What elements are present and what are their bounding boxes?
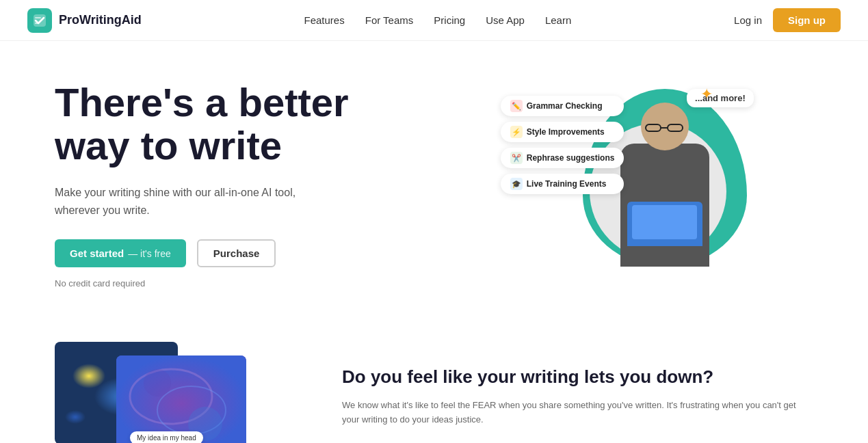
nav-for-teams[interactable]: For Teams	[365, 14, 414, 26]
hero-title: There's a better way to write	[55, 81, 421, 168]
login-button[interactable]: Log in	[734, 14, 762, 26]
hero-section: There's a better way to write Make your …	[0, 41, 868, 321]
get-started-label: Get started	[70, 247, 124, 259]
second-section: My idea in my head Do you feel like your…	[0, 321, 868, 443]
artwork-front: My idea in my head	[116, 355, 246, 443]
hero-subtitle: Make your writing shine with our all-in-…	[55, 184, 328, 219]
sparkle-icon: ✦	[700, 85, 713, 103]
signup-button[interactable]: Sign up	[773, 8, 841, 32]
second-text: Do you feel like your writing lets you d…	[342, 366, 813, 427]
svg-rect-4	[116, 355, 246, 443]
free-label: — it's free	[128, 248, 171, 259]
pill-rephrase-label: Rephrase suggestions	[527, 153, 615, 163]
svg-rect-1	[646, 124, 661, 131]
hero-left: There's a better way to write Make your …	[55, 81, 421, 289]
logo[interactable]: ProWritingAid	[27, 8, 142, 33]
nav-use-app[interactable]: Use App	[486, 14, 525, 26]
pill-training-label: Live Training Events	[527, 179, 607, 189]
person-body	[620, 144, 709, 267]
get-started-button[interactable]: Get started — it's free	[55, 239, 186, 267]
more-bubble: ...and more!	[687, 89, 754, 107]
nav-links: Features For Teams Pricing Use App Learn	[304, 14, 572, 27]
hero-title-line2: way to write	[55, 123, 282, 167]
second-section-body: We know what it's like to feel the FEAR …	[342, 399, 813, 427]
feature-pills: ✏️ Grammar Checking ⚡ Style Improvements…	[501, 96, 624, 194]
logo-icon	[27, 8, 52, 33]
hero-right: ✏️ Grammar Checking ⚡ Style Improvements…	[448, 75, 814, 294]
nav-actions: Log in Sign up	[734, 8, 841, 32]
hero-buttons: Get started — it's free Purchase	[55, 239, 421, 267]
rephrase-icon: ✂️	[510, 152, 523, 164]
svg-point-7	[144, 369, 171, 397]
pill-rephrase-suggestions: ✂️ Rephrase suggestions	[501, 148, 624, 168]
laptop	[627, 202, 702, 246]
my-idea-bubble: My idea in my head	[130, 431, 203, 443]
nav-features[interactable]: Features	[304, 14, 345, 26]
laptop-screen	[632, 205, 697, 239]
artwork-area: My idea in my head	[55, 342, 301, 443]
abstract-art-icon	[116, 355, 246, 443]
nav-learn[interactable]: Learn	[545, 14, 571, 26]
hero-illustration: ✏️ Grammar Checking ⚡ Style Improvements…	[514, 82, 747, 287]
training-icon: 🎓	[510, 178, 523, 190]
glasses-icon	[644, 122, 685, 133]
second-section-title: Do you feel like your writing lets you d…	[342, 366, 813, 389]
pill-live-training: 🎓 Live Training Events	[501, 174, 624, 194]
svg-rect-2	[668, 124, 683, 131]
logo-text: ProWritingAid	[59, 13, 142, 27]
person-head	[641, 103, 689, 150]
pill-grammar-label: Grammar Checking	[527, 101, 603, 111]
pill-style-label: Style Improvements	[527, 127, 605, 137]
purchase-button[interactable]: Purchase	[197, 239, 276, 267]
style-icon: ⚡	[510, 126, 523, 138]
pill-style-improvements: ⚡ Style Improvements	[501, 122, 624, 142]
nav-pricing[interactable]: Pricing	[434, 14, 465, 26]
hero-title-line1: There's a better	[55, 80, 349, 124]
no-credit-card-text: No credit card required	[55, 278, 421, 288]
grammar-icon: ✏️	[510, 100, 523, 112]
pill-grammar-checking: ✏️ Grammar Checking	[501, 96, 624, 116]
navbar: ProWritingAid Features For Teams Pricing…	[0, 0, 868, 41]
